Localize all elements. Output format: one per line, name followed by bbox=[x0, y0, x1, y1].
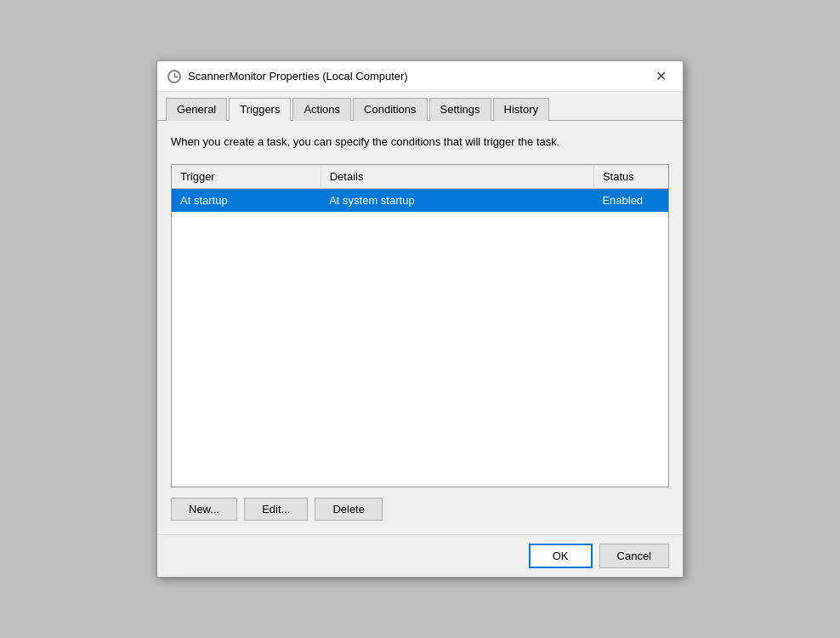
tab-content: When you create a task, you can specify … bbox=[157, 121, 683, 533]
cancel-button[interactable]: Cancel bbox=[599, 544, 669, 568]
footer: OK Cancel bbox=[157, 534, 683, 577]
delete-button[interactable]: Delete bbox=[315, 498, 383, 521]
dialog-title: ScannerMonitor Properties (Local Compute… bbox=[188, 70, 408, 83]
tab-conditions[interactable]: Conditions bbox=[353, 98, 427, 121]
cell-details: At system startup bbox=[321, 188, 593, 212]
tab-triggers[interactable]: Triggers bbox=[229, 98, 291, 121]
cell-trigger: At startup bbox=[172, 188, 321, 212]
description-text: When you create a task, you can specify … bbox=[171, 134, 669, 150]
tab-actions[interactable]: Actions bbox=[292, 98, 351, 121]
col-header-trigger: Trigger bbox=[172, 165, 321, 189]
table-header-row: Trigger Details Status bbox=[172, 165, 668, 189]
triggers-table: Trigger Details Status At startup At sys… bbox=[172, 165, 668, 212]
dialog: ScannerMonitor Properties (Local Compute… bbox=[156, 60, 684, 577]
title-bar: ScannerMonitor Properties (Local Compute… bbox=[157, 61, 683, 92]
cell-status: Enabled bbox=[593, 188, 668, 212]
tab-general[interactable]: General bbox=[166, 98, 227, 121]
col-header-details: Details bbox=[321, 165, 593, 189]
tab-history[interactable]: History bbox=[493, 98, 549, 121]
clock-icon bbox=[167, 70, 181, 83]
action-buttons: New... Edit... Delete bbox=[171, 498, 669, 521]
close-button[interactable]: ✕ bbox=[649, 65, 673, 88]
table-row[interactable]: At startup At system startup Enabled bbox=[172, 188, 668, 212]
ok-button[interactable]: OK bbox=[529, 544, 593, 568]
col-header-status: Status bbox=[593, 165, 668, 189]
edit-button[interactable]: Edit... bbox=[244, 498, 308, 521]
new-button[interactable]: New... bbox=[171, 498, 237, 521]
tab-settings[interactable]: Settings bbox=[429, 98, 491, 121]
tab-bar: General Triggers Actions Conditions Sett… bbox=[157, 92, 683, 121]
title-bar-left: ScannerMonitor Properties (Local Compute… bbox=[167, 70, 408, 83]
triggers-table-container: Trigger Details Status At startup At sys… bbox=[171, 164, 669, 487]
